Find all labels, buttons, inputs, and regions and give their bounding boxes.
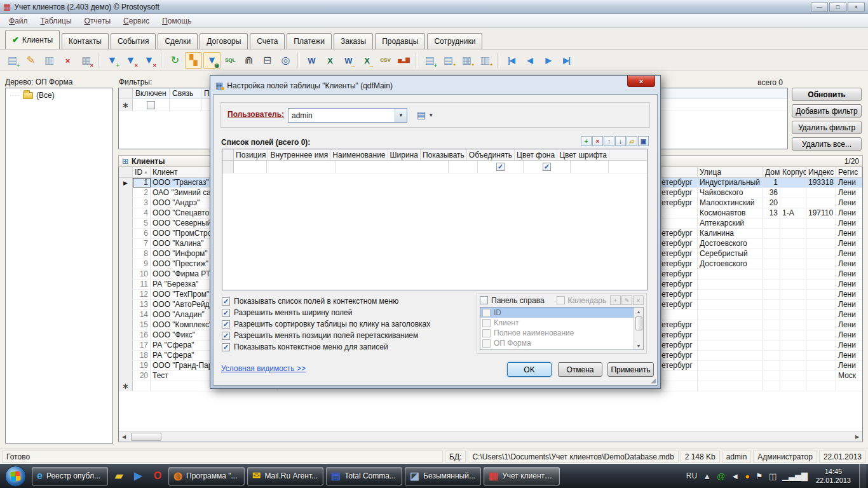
scroll-right-icon[interactable]: ▶	[852, 432, 862, 442]
list-item[interactable]: Полное наименование	[480, 328, 634, 338]
fields-table-column[interactable]: Наименование	[330, 149, 388, 160]
cancel-button[interactable]: Отмена	[558, 362, 602, 377]
toolbar-icon[interactable]: ◀	[521, 52, 538, 69]
toolbar-icon[interactable]: ⋒	[240, 52, 257, 69]
option-checkbox[interactable]	[222, 332, 230, 340]
language-indicator[interactable]: RU	[686, 471, 697, 480]
option-checkbox[interactable]	[222, 297, 230, 306]
toolbar-icon[interactable]: W →	[340, 52, 357, 69]
tray-icon[interactable]: @	[717, 472, 725, 480]
maximize-button[interactable]: □	[829, 2, 846, 12]
list-item[interactable]: ОП Форма	[480, 338, 634, 348]
toolbar-icon[interactable]: ×	[59, 52, 76, 69]
list-item-checkbox[interactable]	[482, 339, 491, 348]
filter-action-button[interactable]: Удалить фильтр	[792, 121, 862, 134]
horizontal-scrollbar[interactable]: ◀ ▶	[119, 431, 862, 442]
fields-toolbar-icon[interactable]: ↓	[615, 136, 626, 146]
list-item[interactable]: ID	[480, 308, 634, 318]
chevron-down-icon[interactable]: ▼	[395, 109, 407, 122]
tray-icon[interactable]: ▲	[703, 472, 711, 480]
taskbar-button[interactable]: ▶	[130, 467, 146, 485]
calendar-checkbox[interactable]	[557, 296, 565, 304]
copy-settings-button[interactable]: ▤ ▼	[417, 109, 433, 121]
toolbar-icon[interactable]: X	[322, 52, 339, 69]
dialog-close-button[interactable]: ×	[627, 76, 655, 87]
fields-toolbar-icon[interactable]: ↑	[604, 136, 614, 146]
scroll-up-icon[interactable]: ▲	[637, 308, 641, 315]
fields-toolbar-icon[interactable]: +	[581, 136, 592, 146]
toolbar-icon[interactable]: ▼ ×	[122, 52, 139, 69]
fields-table-column[interactable]: Показывать	[421, 149, 467, 160]
toolbar-icon[interactable]: W	[303, 52, 320, 69]
filters-col-enabled[interactable]: Включен	[133, 88, 170, 98]
user-combobox[interactable]: admin ▼	[288, 108, 407, 123]
panel-field-icon[interactable]: ✎	[621, 295, 632, 305]
toolbar-icon[interactable]: ▼ +	[104, 52, 121, 69]
col-street[interactable]: Улица	[698, 167, 763, 177]
menu-item[interactable]: Файл	[3, 15, 34, 27]
fields-table-column[interactable]: Ширина	[388, 149, 421, 160]
apply-button[interactable]: Применить	[607, 362, 654, 377]
toolbar-icon[interactable]	[98, 53, 100, 68]
scroll-left-icon[interactable]: ◀	[119, 432, 129, 442]
toolbar-icon[interactable]: CSV	[377, 52, 394, 69]
taskbar-button[interactable]: O	[149, 467, 166, 485]
list-item-checkbox[interactable]	[482, 329, 491, 337]
tab[interactable]: Сделки	[158, 33, 198, 49]
panel-field-icon[interactable]: +	[610, 295, 621, 305]
filters-col-relation[interactable]: Связь	[170, 88, 201, 98]
taskbar-button[interactable]: ▰	[111, 467, 127, 485]
tray-icon[interactable]: ⚑	[756, 472, 763, 480]
user-label[interactable]: Пользователь:	[227, 110, 284, 119]
option-checkbox[interactable]	[222, 343, 230, 351]
fields-table-column[interactable]: Внутреннее имя	[268, 149, 330, 160]
toolbar-icon[interactable]	[416, 53, 418, 68]
toolbar-icon[interactable]: ▶	[539, 52, 557, 69]
minimize-button[interactable]: —	[811, 2, 828, 12]
conditional-visibility-link[interactable]: Условная видимость >>	[221, 364, 306, 373]
toolbar-icon[interactable]: ▥ *	[477, 52, 494, 69]
scrollbar-thumb[interactable]	[131, 433, 161, 441]
taskbar-button[interactable]: ▦ Учет клиенто...	[484, 467, 560, 485]
filter-enabled-checkbox[interactable]	[147, 101, 155, 109]
panel-field-icon[interactable]: ×	[633, 295, 644, 305]
toolbar-icon[interactable]	[161, 53, 163, 68]
toolbar-icon[interactable]: ↻	[166, 52, 184, 69]
toolbar-icon[interactable]: |◀	[503, 52, 520, 69]
scroll-down-icon[interactable]: ▼	[637, 342, 641, 349]
tab[interactable]: Продавцы	[375, 33, 425, 49]
toolbar-icon[interactable]	[297, 53, 300, 68]
start-button[interactable]	[5, 466, 26, 487]
filter-action-button[interactable]: Добавить фильтр	[792, 104, 862, 118]
fields-table-row[interactable]	[222, 161, 647, 173]
close-button[interactable]: ×	[848, 2, 865, 12]
tray-icon[interactable]: ●	[745, 472, 750, 480]
tray-icon[interactable]: ◫	[769, 472, 776, 480]
filter-action-button[interactable]: Удалить все...	[792, 137, 862, 151]
tree-item-all[interactable]: ···· (Все)	[6, 88, 112, 100]
option-checkbox[interactable]	[222, 309, 230, 317]
toolbar-icon[interactable]: ▶|	[558, 52, 575, 69]
list-item-checkbox[interactable]	[482, 309, 491, 317]
toolbar-icon[interactable]: ✎	[22, 52, 39, 69]
fields-toolbar-icon[interactable]: ▱	[627, 136, 637, 146]
toolbar-icon[interactable]: ▥	[41, 52, 58, 69]
tab[interactable]: Договоры	[200, 33, 248, 49]
col-index[interactable]: Индекс	[806, 167, 836, 177]
fields-table-column[interactable]: Цвет фона	[515, 149, 557, 160]
listbox-scrollbar[interactable]: ▲ ▼	[634, 308, 643, 349]
toolbar-icon[interactable]: X →	[358, 52, 376, 69]
menu-item[interactable]: Сервис	[117, 15, 156, 27]
toolbar-icon[interactable]: ⊟	[259, 52, 276, 69]
toolbar-icon[interactable]: ▤ +	[4, 52, 21, 69]
tab[interactable]: Контакты	[62, 33, 109, 49]
menu-item[interactable]: Помощь	[156, 15, 198, 27]
toolbar-icon[interactable]: ▚	[185, 52, 202, 69]
toolbar-icon[interactable]: ▦ *	[458, 52, 475, 69]
tab[interactable]: Счета	[250, 33, 285, 49]
toolbar-icon[interactable]: ▼ ×	[140, 52, 158, 69]
col-korpus[interactable]: Корпус	[780, 167, 806, 177]
list-item-checkbox[interactable]	[482, 319, 491, 327]
taskbar-button[interactable]: ◪ Безымянный...	[405, 467, 481, 485]
col-id[interactable]: ID▲	[133, 167, 151, 177]
